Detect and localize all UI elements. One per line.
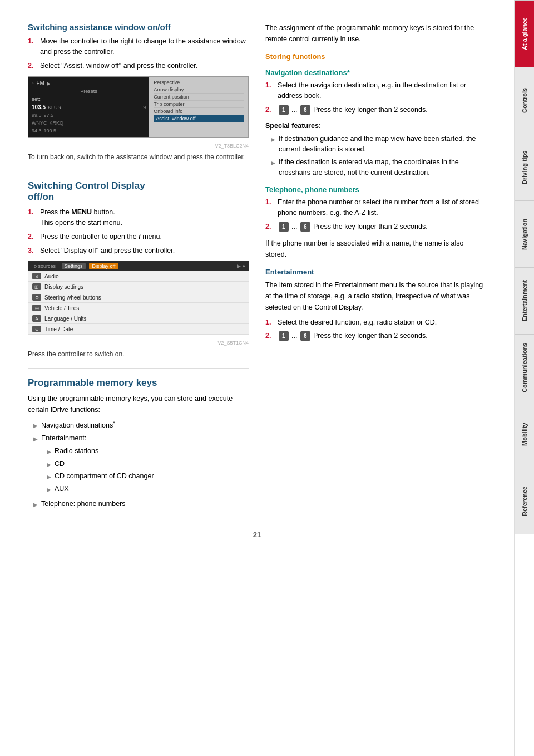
page-number: 21 <box>28 531 486 539</box>
key-1: 1 <box>279 105 289 115</box>
step-item: 1. Press the MENU button.This opens the … <box>28 207 249 228</box>
right-column: The assignment of the programmable memor… <box>265 22 486 514</box>
assistance-window-steps: 1. Move the controller to the right to c… <box>28 36 249 71</box>
bullet-item: ▶ If the destination is entered via map,… <box>271 157 486 178</box>
radio-screen-image: ↑ FM ▶ Presets set: <box>28 76 249 138</box>
assignment-note: The assignment of the programmable memor… <box>265 22 486 45</box>
radio-screen-menu: Perspective Arrow display Current positi… <box>149 77 248 137</box>
storing-functions-heading: Storing functions <box>265 52 486 61</box>
sidebar-tab-entertainment[interactable]: Entertainment <box>515 267 534 334</box>
telephone-note: If the phone number is associated with a… <box>265 238 486 260</box>
sub-section-telephone: Telephone, phone numbers 1. Enter the ph… <box>265 185 486 259</box>
bullet-item: ▶ Navigation destinations* <box>33 420 249 431</box>
step-item: 2. 1 ... 6 Press the key longer than 2 s… <box>265 222 486 232</box>
step-item: 2. Select "Assist. window off" and press… <box>28 61 249 71</box>
section-assistance-window: Switching assistance window on/off 1. Mo… <box>28 22 249 162</box>
step-item: 1. Select the navigation destination, e.… <box>265 80 486 101</box>
control-display-heading: Switching Control Displayoff/on <box>28 180 249 203</box>
key-1: 1 <box>279 222 289 232</box>
key-6: 6 <box>300 222 310 232</box>
bullet-item: ▶ Telephone: phone numbers <box>33 499 249 509</box>
assistance-window-note: To turn back on, switch to the assistanc… <box>28 152 249 162</box>
step-item: 1. Move the controller to the right to c… <box>28 36 249 57</box>
sub-section-entertainment: Entertainment The item stored in the Ent… <box>265 268 486 342</box>
radio-screen-left: ↑ FM ▶ Presets set: <box>28 77 149 137</box>
settings-body: ♬ Audio ◫ Display settings ⚙ Steering wh… <box>28 271 249 335</box>
sidebar-tab-driving-tips[interactable]: Driving tips <box>515 134 534 200</box>
bullet-item: ▶ If destination guidance and the map vi… <box>271 134 486 155</box>
sidebar-tab-navigation[interactable]: Navigation <box>515 200 534 267</box>
step-item: 2. 1 ... 6 Press the key longer than 2 s… <box>265 105 486 115</box>
step-item: 1. Enter the phone number or select the … <box>265 197 486 218</box>
section-programmable-keys: Programmable memory keys Using the progr… <box>28 377 249 509</box>
sidebar-tab-communications[interactable]: Communications <box>515 334 534 401</box>
control-display-note: Press the controller to switch on. <box>28 349 249 359</box>
special-features-label: Special features: <box>265 120 486 131</box>
sidebar-tab-reference[interactable]: Reference <box>515 468 534 534</box>
sidebar-tab-controls[interactable]: Controls <box>515 67 534 134</box>
step-item: 2. 1 ... 6 Press the key longer than 2 s… <box>265 331 486 341</box>
settings-header: o sources Settings Display off ▶ ● <box>28 261 249 271</box>
bullet-item: ▶ Entertainment: <box>33 433 249 444</box>
settings-screen-image: o sources Settings Display off ▶ ● ♬ Aud… <box>28 261 249 335</box>
sidebar-tab-mobility[interactable]: Mobility <box>515 401 534 468</box>
left-column: Switching assistance window on/off 1. Mo… <box>28 22 249 514</box>
section-storing-functions: Storing functions Navigation destination… <box>265 52 486 341</box>
entertainment-intro: The item stored in the Entertainment men… <box>265 279 486 313</box>
assistance-window-heading: Switching assistance window on/off <box>28 22 249 32</box>
programmable-keys-bullets: ▶ Navigation destinations* ▶ Entertainme… <box>28 420 249 509</box>
key-6: 6 <box>300 331 310 341</box>
key-1: 1 <box>279 331 289 341</box>
programmable-keys-intro: Using the programmable memory keys, you … <box>28 393 249 415</box>
step-item: 3. Select "Display off" and press the co… <box>28 246 249 256</box>
section-control-display: Switching Control Displayoff/on 1. Press… <box>28 180 249 359</box>
entertainment-heading: Entertainment <box>265 268 486 276</box>
nav-destinations-heading: Navigation destinations* <box>265 68 486 77</box>
programmable-keys-heading: Programmable memory keys <box>28 377 249 389</box>
sidebar-tabs: At a glance Controls Driving tips Naviga… <box>514 0 534 756</box>
sidebar-tab-at-a-glance[interactable]: At a glance <box>515 0 534 67</box>
step-item: 2. Press the controller to open the i me… <box>28 232 249 242</box>
telephone-heading: Telephone, phone numbers <box>265 185 486 194</box>
step-item: 1. Select the desired function, e.g. rad… <box>265 317 486 328</box>
key-6: 6 <box>300 105 310 115</box>
control-display-steps: 1. Press the MENU button.This opens the … <box>28 207 249 256</box>
sub-section-nav-destinations: Navigation destinations* 1. Select the n… <box>265 68 486 178</box>
